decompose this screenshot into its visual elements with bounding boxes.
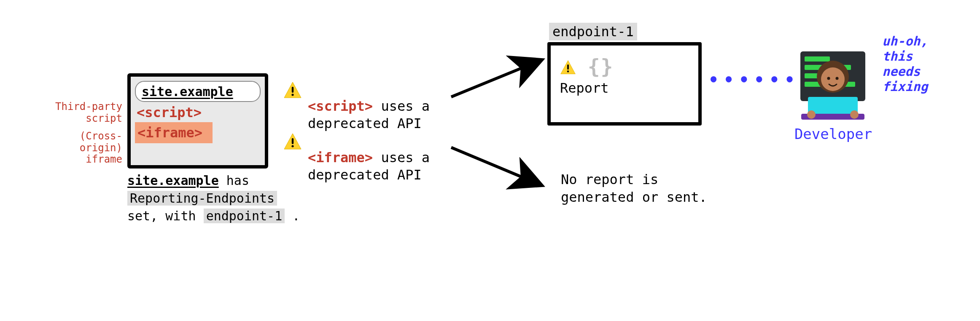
developer-illustration — [793, 42, 873, 122]
svg-point-3 — [291, 145, 293, 147]
svg-point-16 — [836, 77, 839, 80]
svg-rect-9 — [805, 56, 830, 62]
third-party-script-annotation: Third-party script — [38, 101, 122, 124]
svg-rect-6 — [567, 64, 569, 70]
caption-reporting-endpoints: Reporting-Endpoints — [127, 191, 277, 206]
iframe-deprecation-warning: <iframe> uses a deprecated API — [308, 131, 430, 184]
caption-line3-post: . — [285, 209, 300, 223]
endpoint-box-top-row: {} — [560, 53, 691, 77]
warning-icon-script — [283, 81, 306, 99]
svg-point-14 — [821, 67, 845, 91]
url-bar: site.example — [135, 81, 261, 102]
svg-point-19 — [807, 110, 816, 119]
warning-triangle-icon — [283, 132, 302, 151]
warning-triangle-icon — [560, 59, 576, 75]
dotted-connector: •••••• — [708, 70, 800, 89]
caption-line1-rest: has — [219, 173, 249, 188]
warning-triangle-icon — [283, 81, 302, 99]
warning-icon-iframe — [283, 132, 306, 151]
caption-url: site.example — [127, 173, 219, 188]
iframe-tag-row: <iframe> — [135, 122, 213, 143]
script-tag-code: <script> — [308, 98, 373, 114]
site-box: site.example <script> <iframe> — [127, 73, 268, 169]
caption-line3-pre: set, with — [127, 209, 204, 223]
arrow-to-no-report — [447, 139, 552, 194]
svg-line-4 — [451, 61, 540, 97]
svg-rect-0 — [292, 87, 293, 93]
endpoint-label: endpoint-1 — [549, 23, 637, 40]
arrow-to-endpoint — [447, 51, 552, 105]
site-url: site.example — [142, 84, 233, 99]
site-caption: site.example has Reporting-Endpoints set… — [127, 172, 309, 225]
svg-point-7 — [567, 70, 569, 72]
developer-icon — [793, 42, 873, 122]
cross-origin-iframe-annotation: (Cross-origin) iframe — [38, 131, 122, 166]
svg-rect-2 — [292, 138, 293, 144]
report-label: Report — [560, 80, 691, 96]
script-tag-row: <script> — [135, 104, 261, 121]
svg-line-5 — [451, 147, 540, 185]
developer-thought: uh-oh, this needs fixing — [882, 34, 928, 94]
no-report-text: No report is generated or sent. — [561, 171, 707, 206]
braces-icon: {} — [588, 55, 614, 78]
endpoint-box: {} Report — [547, 42, 702, 126]
developer-label: Developer — [791, 126, 875, 142]
iframe-tag-code: <iframe> — [308, 150, 373, 166]
svg-point-15 — [827, 77, 830, 80]
svg-point-1 — [291, 94, 293, 96]
script-deprecation-warning: <script> uses a deprecated API — [308, 80, 430, 133]
caption-endpoint-name: endpoint-1 — [204, 209, 285, 223]
svg-point-20 — [850, 110, 859, 119]
